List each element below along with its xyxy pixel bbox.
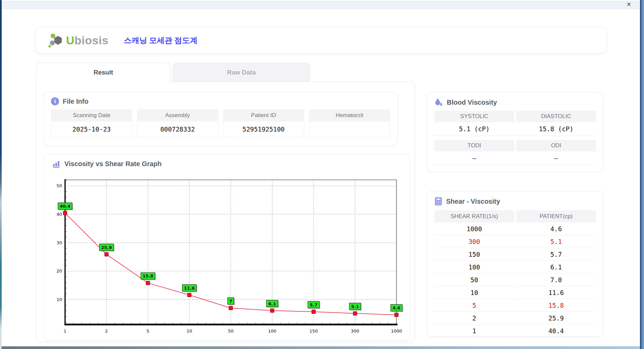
shear-rate-cell: 300: [434, 235, 514, 248]
shear-rate-cell: 100: [434, 261, 514, 273]
file-info-column: Hematocrit: [309, 109, 390, 137]
application-window: ✕ Ubiosis 스캐닝 모세관 점도계 Result Raw Data i …: [0, 0, 644, 349]
chart-ytick-label: 30: [56, 240, 62, 245]
blood-viscosity-title: Blood Viscosity: [447, 99, 497, 106]
shear-rate-cell: 1000: [434, 222, 514, 235]
shear-viscosity-heading: Shear - Viscosity: [434, 197, 596, 206]
chart-xtick-label: 1: [64, 329, 66, 334]
patient-value-cell: 15.8: [516, 299, 596, 312]
metric-value: –: [516, 151, 596, 165]
metric-label: SYSTOLIC: [434, 111, 514, 122]
file-info-heading: i File Info: [51, 97, 390, 105]
field-value: 52951925100: [223, 121, 304, 137]
field-value: 2025-10-23: [51, 121, 132, 137]
shear-rate-cell: 1: [434, 325, 514, 337]
droplets-icon: [434, 98, 443, 107]
shear-rate-cell: 5: [434, 299, 514, 312]
close-icon[interactable]: ✕: [627, 2, 631, 8]
chart-point-label-text: 7: [229, 299, 232, 304]
chart-point-marker: [146, 281, 150, 285]
hexagon-logo-icon: [47, 32, 63, 48]
file-info-card: i File Info Scanning Date2025-10-23Assem…: [43, 92, 398, 146]
blood-viscosity-heading: Blood Viscosity: [434, 98, 596, 107]
column-header: SHEAR RATE(1/s): [434, 210, 514, 222]
metric-value: –: [434, 151, 514, 165]
chart-xtick-label: 150: [310, 329, 318, 334]
shear-viscosity-title: Shear - Viscosity: [446, 198, 500, 205]
field-value: 000728332: [137, 121, 218, 137]
chart-point-marker: [353, 311, 357, 315]
desktop-background-sliver: [0, 0, 2, 349]
chart-point-marker: [270, 309, 274, 312]
window-right-edge: [640, 0, 644, 349]
result-tab-panel: i File Info Scanning Date2025-10-23Assem…: [36, 82, 415, 342]
calculator-icon: [434, 197, 442, 206]
blood-viscosity-group: SYSTOLICDIASTOLIC5.1 (cP)15.8 (cP): [434, 111, 596, 136]
chart-point-marker: [312, 310, 316, 313]
chart-ytick-label: 20: [56, 268, 62, 273]
patient-value-cell: 25.9: [516, 312, 596, 325]
file-info-column: Assembly000728332: [137, 109, 218, 137]
graph-title: Viscosity vs Shear Rate Graph: [64, 160, 162, 168]
chart-point-label-text: 4.6: [392, 305, 400, 310]
column-header: PATIENT(cp): [516, 210, 596, 222]
metric-label: DIASTOLIC: [516, 111, 596, 122]
tab-raw-data[interactable]: Raw Data: [172, 63, 310, 82]
file-info-column: Patient ID52951925100: [223, 109, 304, 137]
bar-chart-icon: [52, 160, 61, 168]
chart-xtick-label: 10: [186, 329, 192, 334]
chart-ytick-label: 10: [56, 297, 62, 302]
field-label: Hematocrit: [309, 109, 390, 121]
patient-value-cell: 7.0: [516, 273, 596, 286]
patient-value-cell: 40.4: [516, 325, 596, 337]
ubiosis-logo: Ubiosis: [47, 32, 108, 48]
chart-ytick-label: 50: [56, 183, 62, 188]
metric-label: ODI: [516, 140, 596, 151]
shear-rate-cell: 2: [434, 312, 514, 325]
field-label: Assembly: [137, 109, 218, 121]
shear-rate-cell: 150: [434, 248, 514, 261]
file-info-column: Scanning Date2025-10-23: [51, 109, 132, 137]
blood-viscosity-group: TODIODI––: [434, 140, 596, 165]
file-info-title: File Info: [63, 98, 89, 105]
patient-value-cell: 4.6: [516, 222, 596, 235]
metric-label: TODI: [434, 140, 514, 151]
patient-value-cell: 5.7: [516, 248, 596, 261]
chart-point-marker: [229, 306, 233, 310]
chart-point-label-text: 5.1: [351, 304, 359, 309]
patient-value-cell: 6.1: [516, 261, 596, 273]
window-titlebar: ✕: [2, 1, 639, 9]
tab-result[interactable]: Result: [36, 62, 170, 82]
viscosity-graph-card: Viscosity vs Shear Rate Graph 1020304050…: [43, 154, 411, 340]
file-info-fields: Scanning Date2025-10-23Assembly000728332…: [51, 109, 390, 137]
header-card: Ubiosis 스캐닝 모세관 점도계: [35, 27, 607, 54]
logo-u: U: [66, 34, 74, 47]
info-icon: i: [51, 97, 59, 105]
graph-heading: Viscosity vs Shear Rate Graph: [44, 160, 410, 168]
chart-point-label-text: 25.9: [101, 245, 112, 250]
shear-viscosity-card: Shear - Viscosity SHEAR RATE(1/s)PATIENT…: [427, 191, 604, 337]
field-label: Scanning Date: [51, 109, 132, 121]
patient-value-cell: 5.1: [516, 235, 596, 248]
chart-xtick-label: 100: [268, 329, 276, 334]
chart-point-label-text: 5.7: [310, 302, 317, 307]
blood-viscosity-card: Blood Viscosity SYSTOLICDIASTOLIC5.1 (cP…: [427, 92, 604, 172]
chart-point-marker: [187, 293, 191, 297]
metric-value: 15.8 (cP): [516, 122, 596, 136]
chart-xtick-label: 2: [105, 329, 108, 334]
metric-value: 5.1 (cP): [434, 122, 514, 136]
patient-value-cell: 11.6: [516, 286, 596, 299]
chart-point-marker: [63, 211, 67, 215]
chart-point-label-text: 11.6: [184, 286, 195, 291]
chart-point-label-text: 40.4: [60, 204, 70, 209]
logo-wordmark: Ubiosis: [66, 34, 108, 47]
chart-point-label-text: 15.8: [143, 273, 153, 279]
chart-point-marker: [395, 313, 398, 317]
chart-xtick-label: 300: [351, 329, 359, 334]
chart-xtick-label: 50: [228, 329, 234, 334]
blood-viscosity-metrics: SYSTOLICDIASTOLIC5.1 (cP)15.8 (cP)TODIOD…: [434, 111, 596, 165]
field-value: [309, 121, 390, 137]
window-bottom-edge: [2, 346, 640, 349]
shear-rate-cell: 10: [434, 286, 514, 299]
viscosity-shear-chart: 10203040501251050100150300100040.425.915…: [44, 171, 410, 339]
